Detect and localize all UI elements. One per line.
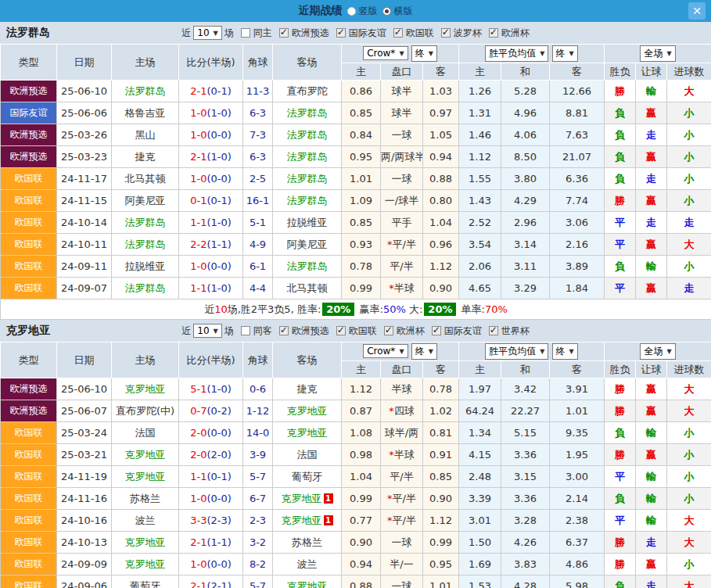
date-cell: 24-10-13: [57, 532, 112, 554]
odds-away-cell: 1.02: [423, 400, 459, 422]
odds-home-cell: 1.08: [342, 422, 381, 444]
home-team-name: 克罗地亚: [125, 449, 166, 461]
result-wdl-cell: 負: [605, 256, 636, 278]
same-venue-checkbox[interactable]: [241, 28, 250, 38]
league-checkbox[interactable]: [336, 326, 346, 335]
league-checkbox[interactable]: [336, 28, 346, 38]
layout-radio-vertical[interactable]: 竖版: [347, 5, 378, 18]
radio-selected-icon[interactable]: [382, 7, 391, 16]
league-checkbox[interactable]: [279, 326, 289, 335]
league-cell: 欧国联: [1, 212, 57, 234]
games-count-select[interactable]: 10▼: [193, 26, 221, 40]
games-count-select[interactable]: 10▼: [193, 324, 221, 338]
odds-away-cell: 0.90: [423, 488, 459, 510]
radio-unselected-icon[interactable]: [347, 7, 356, 16]
handicap-cell: *半球: [381, 444, 423, 466]
summary-text: 单率:: [458, 303, 485, 315]
col-header-corner: 角球: [243, 45, 273, 81]
odds-home-cell: 0.87: [342, 400, 381, 422]
match-row: 欧洲预选25-03-23捷克2-1(1-0)6-3法罗群岛0.95两/两球半0.…: [1, 146, 711, 168]
handicap-cell: *半球: [381, 278, 423, 299]
handicap-cell: 半球: [381, 378, 423, 400]
final-odds-select[interactable]: 终▼: [411, 343, 437, 360]
col-header-date: 日期: [57, 45, 112, 81]
odds-away-cell: 1.04: [423, 212, 459, 234]
result-handicap-cell: 輸: [636, 510, 667, 532]
home-team-cell: 法罗群岛: [112, 212, 179, 234]
close-icon[interactable]: ✕: [688, 2, 706, 20]
league-checkbox[interactable]: [393, 28, 403, 38]
layout-radio-horizontal[interactable]: 横版: [382, 5, 413, 18]
handicap-name: 平/半: [393, 514, 416, 526]
corners-cell: 6-3: [243, 146, 273, 168]
score-cell: 0-1(0-1): [179, 190, 243, 212]
league-checkbox[interactable]: [432, 326, 441, 335]
near-label: 近: [181, 324, 191, 338]
odds-home-cell: 0.98: [342, 444, 381, 466]
avg-type-select[interactable]: 胜平负均值▼: [485, 343, 548, 360]
match-scope-select[interactable]: 全场▼: [640, 45, 675, 62]
fulltime-score: 1-0: [190, 107, 206, 119]
same-venue-label: 同客: [253, 324, 272, 338]
halftime-score: (0-1): [206, 195, 231, 206]
result-wdl-cell: 勝: [605, 81, 636, 102]
score-cell: 2-0(2-0): [179, 444, 243, 466]
final-avg-select[interactable]: 终▼: [552, 45, 578, 62]
corners-cell: 14-0: [243, 422, 273, 444]
odds-away-cell: 0.85: [423, 466, 459, 488]
bookmaker-select-value: Crow*: [367, 48, 395, 59]
result-wdl-cell: 勝: [605, 190, 636, 212]
home-team-name: 克罗地亚: [125, 558, 166, 570]
halftime-score: (0-0): [206, 493, 231, 504]
corners-cell: 3-2: [243, 532, 273, 554]
final-avg-select-value: 终: [556, 345, 566, 358]
handicap-name: 平/半: [393, 238, 416, 250]
away-team-name: 法罗群岛: [287, 129, 328, 141]
date-cell: 24-09-07: [57, 278, 112, 299]
date-cell: 24-10-11: [57, 234, 112, 256]
fulltime-score: 0-1: [190, 195, 206, 206]
handicap-cell: 平/半: [381, 256, 423, 278]
team-name: 克罗地亚: [6, 324, 50, 338]
corners-cell: 6-3: [243, 102, 273, 124]
fulltime-score: 1-0: [190, 260, 206, 272]
handicap-cell: 一球: [381, 532, 423, 554]
league-checkbox[interactable]: [489, 28, 498, 38]
col-header-home: 主场: [112, 45, 179, 81]
handicap-name: 平/半: [390, 260, 413, 272]
league-cell: 欧洲预选: [1, 124, 57, 146]
col-subheader-handicap_result: 让球: [636, 361, 667, 378]
result-handicap-cell: 輸: [636, 81, 667, 102]
handicap-name: 半球: [392, 383, 412, 395]
avg-draw-cell: 3.14: [501, 234, 550, 256]
home-team-name: 阿美尼亚: [125, 195, 166, 206]
bookmaker-select[interactable]: Crow*▼: [363, 344, 408, 358]
odds-away-cell: 0.90: [423, 278, 459, 299]
chevron-down-icon: ▼: [214, 30, 218, 37]
col-subheader-odds_handicap: 盘口: [381, 361, 423, 378]
home-team-name: 法罗群岛: [125, 282, 166, 294]
league-checkbox[interactable]: [441, 28, 451, 38]
bookmaker-select[interactable]: Crow*▼: [363, 46, 408, 60]
league-checkbox[interactable]: [279, 28, 289, 38]
avg-away-cell: 5.98: [550, 575, 605, 588]
match-row: 欧国联24-10-13克罗地亚2-1(1-1)3-2苏格兰0.90一球0.991…: [1, 532, 711, 554]
match-row: 欧国联24-11-17北马其顿1-0(0-0)2-5法罗群岛1.01一球0.88…: [1, 168, 711, 190]
section-header-0: 法罗群岛近10▼场同主欧洲预选国际友谊欧国联波罗杯欧洲杯: [0, 22, 711, 44]
handicap-name: 半/一: [390, 558, 413, 570]
away-team-cell: 捷克: [273, 378, 342, 400]
corners-cell: 5-7: [243, 466, 273, 488]
avg-type-select[interactable]: 胜平负均值▼: [485, 45, 548, 62]
league-checkbox[interactable]: [489, 326, 498, 335]
final-avg-select[interactable]: 终▼: [552, 343, 578, 360]
league-checkbox[interactable]: [384, 326, 393, 335]
avg-away-cell: 1.01: [550, 400, 605, 422]
away-team-name: 北马其顿: [287, 282, 328, 294]
handicap-name: 球半: [392, 85, 412, 97]
avg-draw-cell: 3.36: [501, 444, 550, 466]
halftime-score: (1-0): [206, 151, 231, 163]
same-venue-checkbox[interactable]: [241, 326, 250, 335]
league-cell: 欧国联: [1, 466, 57, 488]
match-scope-select[interactable]: 全场▼: [640, 343, 675, 360]
final-odds-select[interactable]: 终▼: [411, 45, 437, 62]
